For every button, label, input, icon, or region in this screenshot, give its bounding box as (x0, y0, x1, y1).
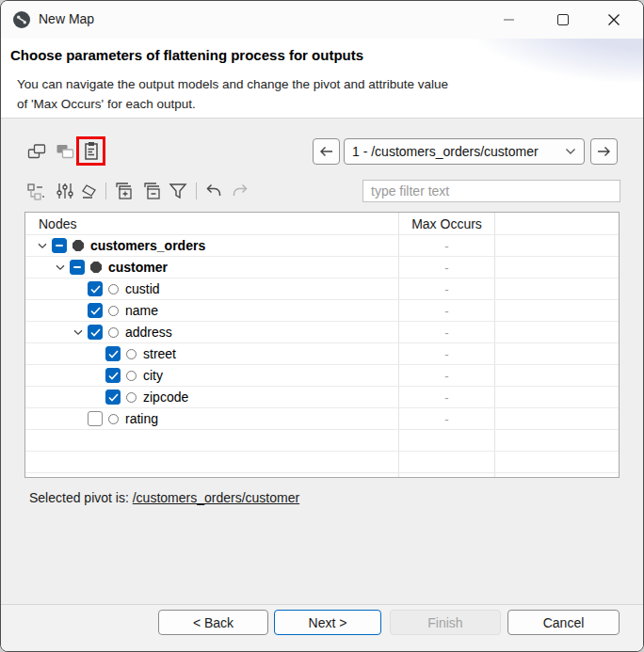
tree-row[interactable]: rating- (25, 408, 619, 430)
row-checkbox[interactable] (88, 325, 103, 340)
next-output-button[interactable] (590, 138, 618, 165)
tree-expander[interactable] (69, 323, 88, 342)
undo-icon[interactable] (202, 180, 225, 202)
titlebar[interactable]: New Map (1, 1, 643, 39)
row-checkbox[interactable] (88, 303, 103, 318)
nodes-cell[interactable]: address (25, 322, 399, 342)
prev-output-button[interactable] (313, 138, 340, 165)
selected-pivot-status: Selected pivot is: /customers_orders/cus… (29, 490, 299, 505)
max-occurs-value[interactable]: - (399, 343, 495, 364)
tree-row[interactable]: name- (25, 300, 619, 322)
max-occurs-value[interactable]: - (399, 322, 495, 342)
node-label: rating (125, 411, 158, 426)
page-description-line1: You can navigate the output models and c… (17, 74, 448, 94)
redo-icon[interactable] (229, 180, 251, 202)
row-checkbox[interactable] (105, 346, 121, 361)
indeterminate-minus-icon (56, 245, 63, 246)
element-filled-icon (90, 262, 102, 273)
nodes-cell[interactable]: city (25, 365, 399, 386)
finish-button[interactable]: Finish (390, 610, 501, 635)
expander-chevron-icon (56, 264, 65, 271)
node-label: street (143, 346, 176, 361)
collapse-tree-icon[interactable] (25, 180, 48, 202)
row-checkbox[interactable] (88, 411, 103, 426)
toolbar-separator (105, 183, 106, 199)
element-outline-icon (108, 414, 119, 424)
extra-cell (495, 365, 619, 386)
close-icon (607, 13, 620, 26)
nodes-cell[interactable]: street (25, 343, 399, 364)
tree-row[interactable]: zipcode- (25, 387, 619, 408)
highlight-red-box (76, 136, 105, 166)
extra-cell (495, 235, 619, 256)
overlap-squares-filled-icon[interactable] (54, 140, 76, 163)
tree-expander-empty (87, 388, 105, 406)
tree-row[interactable]: customers_orders- (25, 235, 619, 257)
next-button[interactable]: Next > (274, 610, 381, 635)
tree-expander[interactable] (51, 258, 70, 277)
max-occurs-value[interactable]: - (399, 278, 495, 299)
selected-pivot-link[interactable]: /customers_orders/customer (133, 490, 299, 505)
node-label: customer (108, 260, 168, 275)
cancel-button[interactable]: Cancel (507, 610, 620, 635)
maximize-button[interactable] (541, 1, 585, 39)
max-occurs-value[interactable]: - (399, 235, 495, 256)
nodes-cell[interactable]: name (25, 300, 399, 321)
collapse-all-icon[interactable] (140, 180, 163, 202)
tree-row[interactable]: custid- (25, 278, 619, 300)
nodes-cell (25, 473, 399, 478)
row-checkbox[interactable] (105, 368, 121, 383)
max-occurs-value[interactable]: - (399, 387, 495, 407)
indeterminate-minus-icon (73, 266, 81, 268)
extra-cell (495, 300, 619, 321)
max-occurs-cell (399, 430, 495, 451)
tree-expander[interactable] (33, 236, 52, 255)
tree-row[interactable]: address- (25, 322, 619, 343)
node-label: name (125, 303, 158, 318)
expander-chevron-icon (38, 243, 47, 249)
max-occurs-value[interactable]: - (399, 365, 495, 386)
tree-row[interactable]: city- (25, 365, 619, 387)
nodes-cell[interactable]: customers_orders (25, 235, 399, 256)
checkmark-icon (90, 285, 101, 294)
nodes-cell[interactable]: customer (25, 257, 399, 278)
expand-all-icon[interactable] (112, 180, 135, 202)
nodes-cell[interactable]: zipcode (25, 387, 399, 407)
checkmark-icon (90, 307, 101, 315)
tree-row[interactable]: street- (25, 343, 619, 365)
max-occurs-cell (399, 452, 495, 472)
sliders-icon[interactable] (54, 180, 76, 202)
max-occurs-value[interactable]: - (399, 257, 495, 278)
element-outline-icon (126, 392, 137, 403)
element-outline-icon (126, 349, 137, 359)
element-outline-icon (108, 284, 119, 294)
node-label: zipcode (143, 390, 188, 405)
row-checkbox[interactable] (105, 390, 121, 405)
filter-funnel-icon[interactable] (167, 180, 189, 202)
row-checkbox[interactable] (70, 260, 85, 275)
close-button[interactable] (592, 1, 636, 39)
minimize-button[interactable] (487, 1, 530, 39)
output-selector-dropdown[interactable]: 1 - /customers_orders/customer (344, 138, 585, 165)
back-button[interactable]: < Back (158, 610, 268, 635)
nodes-cell[interactable]: rating (25, 408, 399, 429)
maximize-icon (557, 14, 569, 25)
max-occurs-value[interactable]: - (399, 300, 495, 321)
filter-text-input[interactable] (362, 180, 620, 202)
toolbar-separator (196, 183, 197, 199)
row-checkbox[interactable] (88, 281, 103, 296)
tree-row[interactable]: customer- (25, 257, 619, 278)
extra-cell (495, 278, 619, 299)
element-outline-icon (108, 327, 119, 338)
eraser-icon[interactable] (78, 180, 101, 202)
column-header-nodes[interactable]: Nodes (25, 213, 399, 234)
nodes-tree-table[interactable]: Nodes Max Occurs customers_orders-custom… (24, 212, 620, 478)
extra-cell (495, 408, 619, 429)
column-header-max-occurs[interactable]: Max Occurs (399, 213, 495, 234)
row-checkbox[interactable] (52, 238, 67, 253)
tree-expander-empty (69, 301, 88, 320)
max-occurs-value[interactable]: - (399, 408, 495, 429)
overlap-squares-icon[interactable] (25, 140, 48, 163)
arrow-right-icon (596, 145, 612, 158)
nodes-cell[interactable]: custid (25, 278, 399, 299)
